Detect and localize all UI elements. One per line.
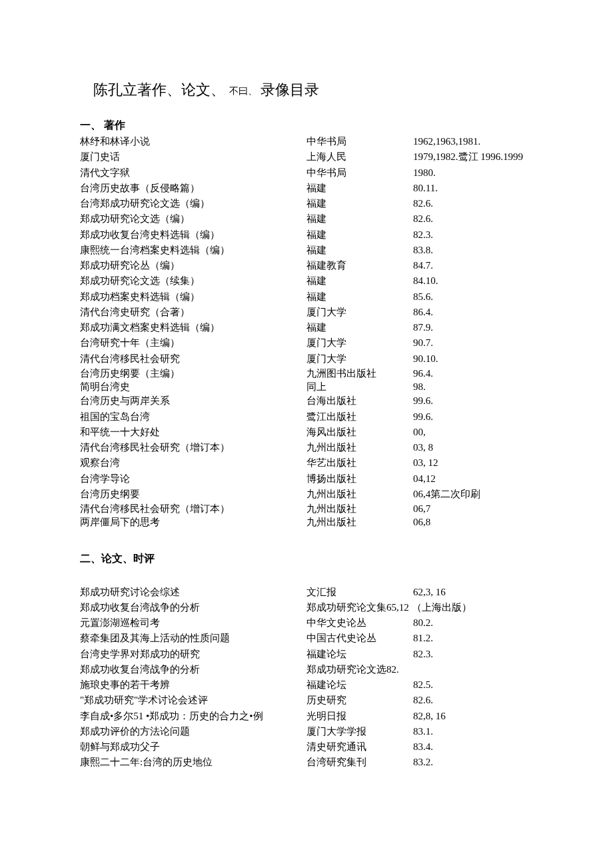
entry-publisher: 郑成功研究论文集65,12 （上海出版） xyxy=(306,600,472,615)
papers-row: 郑成功评价的方法论问题厦门大学学报83.1. xyxy=(80,724,533,739)
entry-publisher: 清史研究通讯 xyxy=(306,739,413,755)
entry-title: 观察台湾 xyxy=(80,455,306,471)
papers-row: 李自成•多尔51 •郑成功：历史的合力之•例光明日报82,8, 16 xyxy=(80,709,533,724)
entry-title: 郑成功收复台湾史料选辑（编） xyxy=(80,227,306,243)
entry-date: 1980. xyxy=(413,165,533,181)
entry-date: 90.7. xyxy=(413,335,533,351)
entry-publisher: 台湾研究集刊 xyxy=(306,755,413,770)
entry-publisher: 上海人民 xyxy=(306,149,413,165)
works-row: 清代台湾移民社会研究（增订本）九州出版社06,7 xyxy=(80,502,533,515)
works-row: 台湾研究十年（主编）厦门大学90.7. xyxy=(80,335,533,351)
entry-publisher: 福建 xyxy=(306,320,413,335)
works-row: 郑成功收复台湾史料选辑（编）福建82.3. xyxy=(80,227,533,243)
entry-publisher: 华艺出版社 xyxy=(306,455,413,471)
entry-date: 82.3. xyxy=(413,647,533,662)
entry-date: 00, xyxy=(413,425,533,440)
entry-publisher: 福建 xyxy=(306,243,413,258)
entry-publisher: 台海出版社 xyxy=(306,393,413,409)
entry-publisher: 福建 xyxy=(306,289,413,305)
entry-date: 80.11. xyxy=(413,181,533,196)
entry-title: 清代台湾史研究（合著） xyxy=(80,305,306,320)
entry-title: 郑成功研究论丛（编） xyxy=(80,258,306,273)
entry-title: 郑成功档案史料选辑（编） xyxy=(80,289,306,305)
entry-date: 83.2. xyxy=(413,755,533,770)
entry-date: 82,8, 16 xyxy=(413,709,533,724)
papers-row: 元置澎湖巡检司考中华文史论丛80.2. xyxy=(80,615,533,631)
entry-date: 62,3, 16 xyxy=(413,585,533,600)
entry-date: 84.7. xyxy=(413,258,533,273)
entry-title: 和平统一十大好处 xyxy=(80,425,306,440)
entry-title: 简明台湾史 xyxy=(80,380,306,393)
entry-title: 清代文字狱 xyxy=(80,165,306,181)
entry-date: 06,8 xyxy=(413,515,533,529)
entry-title: 林纾和林译小说 xyxy=(80,134,306,149)
entry-title: 施琅史事的若干考辨 xyxy=(80,677,306,693)
document-title: 陈孔立著作、论文、 不曰、 录像目录 xyxy=(80,80,533,100)
entry-date: 96.4. xyxy=(413,367,533,380)
papers-row: 蔡牵集团及其海上活动的性质问题中国古代史论丛81.2. xyxy=(80,631,533,646)
entry-date: 82.3. xyxy=(413,227,533,243)
entry-publisher: 光明日报 xyxy=(306,709,413,724)
papers-row: "郑成功研究"学术讨论会述评历史研究82.6. xyxy=(80,693,533,708)
works-row: 郑成功研究论文选（编）福建82.6. xyxy=(80,211,533,227)
papers-row: 郑成功收复台湾战争的分析郑成功研究论文集65,12 （上海出版） xyxy=(80,600,533,615)
entry-date: 04,12 xyxy=(413,471,533,487)
papers-row: 台湾史学界对郑成功的研究福建论坛82.3. xyxy=(80,647,533,662)
works-row: 清代台湾史研究（合著）厦门大学86.4. xyxy=(80,305,533,320)
entry-publisher: 九州出版社 xyxy=(306,515,413,529)
entry-publisher: 福建 xyxy=(306,211,413,227)
entry-publisher: 中华书局 xyxy=(306,134,413,149)
title-small: 不曰、 xyxy=(229,86,257,96)
entry-title: 郑成功研究论文选（编） xyxy=(80,211,306,227)
entry-date: 86.4. xyxy=(413,305,533,320)
entry-publisher: 九州出版社 xyxy=(306,487,413,502)
works-row: 和平统一十大好处海风出版社00, xyxy=(80,425,533,440)
entry-date: 1979,1982.鹭江 1996.1999 xyxy=(413,149,533,165)
entry-date: 98. xyxy=(413,380,533,393)
entry-date: 99.6. xyxy=(413,409,533,425)
title-main: 陈孔立著作、论文、 xyxy=(93,81,225,98)
entry-title: 元置澎湖巡检司考 xyxy=(80,615,306,631)
entry-publisher: 同上 xyxy=(306,380,413,393)
entry-title: 清代台湾移民社会研究（增订本） xyxy=(80,440,306,455)
entry-publisher: 福建 xyxy=(306,196,413,211)
entry-date: 03, 12 xyxy=(413,455,533,471)
works-row: 郑成功满文档案史料选辑（编）福建87.9. xyxy=(80,320,533,335)
works-row: 观察台湾华艺出版社03, 12 xyxy=(80,455,533,471)
entry-publisher: 博扬出版社 xyxy=(306,471,413,487)
entry-date: 82.5. xyxy=(413,677,533,693)
works-row: 林纾和林译小说中华书局1962,1963,1981. xyxy=(80,134,533,149)
papers-row: 康熙二十二年:台湾的历史地位台湾研究集刊83.2. xyxy=(80,755,533,770)
entry-title: 台湾历史与两岸关系 xyxy=(80,393,306,409)
entry-date: 1962,1963,1981. xyxy=(413,134,533,149)
works-row: 康熙统一台湾档案史料选辑（编）福建83.8. xyxy=(80,243,533,258)
entry-date: 83.1. xyxy=(413,724,533,739)
works-row: 台湾历史与两岸关系台海出版社99.6. xyxy=(80,393,533,409)
entry-title: 李自成•多尔51 •郑成功：历史的合力之•例 xyxy=(80,709,306,724)
entry-title: 厦门史话 xyxy=(80,149,306,165)
papers-row: 郑成功研究讨论会综述文汇报62,3, 16 xyxy=(80,585,533,600)
entry-publisher: 郑成功研究论文选82. xyxy=(306,662,399,677)
works-row: 简明台湾史同上98. xyxy=(80,380,533,393)
works-row: 清代台湾移民社会研究（增订本）九州出版社03, 8 xyxy=(80,440,533,455)
works-row: 两岸僵局下的思考九州出版社06,8 xyxy=(80,515,533,529)
papers-row: 朝鲜与郑成功父子清史研究通讯83.4. xyxy=(80,739,533,755)
entry-title: 郑成功收复台湾战争的分析 xyxy=(80,662,306,677)
entry-date: 90.10. xyxy=(413,351,533,367)
entry-title: 两岸僵局下的思考 xyxy=(80,515,306,529)
entry-publisher: 福建 xyxy=(306,273,413,289)
entry-title: 台湾学导论 xyxy=(80,471,306,487)
entry-title: 郑成功研究讨论会综述 xyxy=(80,585,306,600)
entry-publisher: 厦门大学 xyxy=(306,335,413,351)
works-row: 厦门史话上海人民 1979,1982.鹭江 1996.1999 xyxy=(80,149,533,165)
papers-row: 郑成功收复台湾战争的分析郑成功研究论文选82. xyxy=(80,662,533,677)
works-row: 郑成功研究论文选（续集）福建84.10. xyxy=(80,273,533,289)
entry-title: 蔡牵集团及其海上活动的性质问题 xyxy=(80,631,306,646)
entry-title: 郑成功评价的方法论问题 xyxy=(80,724,306,739)
entry-publisher: 福建论坛 xyxy=(306,647,413,662)
entry-date: 03, 8 xyxy=(413,440,533,455)
entry-title: 康熙统一台湾档案史料选辑（编） xyxy=(80,243,306,258)
entry-publisher: 九州出版社 xyxy=(306,502,413,515)
section-1-header: 一、 著作 xyxy=(80,119,533,133)
entry-publisher: 厦门大学 xyxy=(306,351,413,367)
